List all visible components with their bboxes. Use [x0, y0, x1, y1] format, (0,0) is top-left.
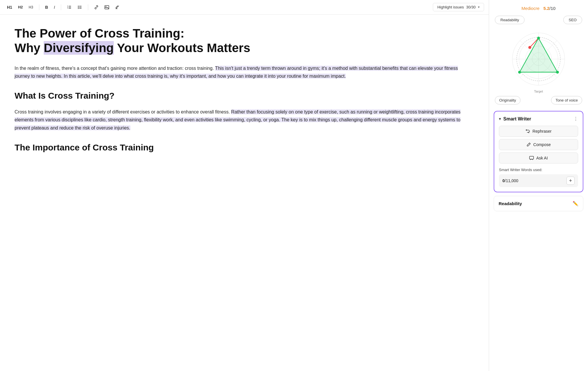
- clear-format-button[interactable]: [113, 3, 122, 11]
- article-title: The Power of Cross Training: Why Diversi…: [15, 26, 474, 56]
- clear-format-icon: [115, 5, 120, 10]
- svg-text:3: 3: [67, 7, 68, 9]
- score-label: Mediocre: [522, 6, 540, 11]
- svg-point-10: [78, 7, 79, 8]
- svg-point-26: [518, 71, 521, 74]
- article-intro: In the realm of fitness, there's a conce…: [15, 64, 474, 80]
- image-button[interactable]: [102, 3, 111, 11]
- score-section: Mediocre 5.2/10 Readability SEO: [489, 0, 588, 107]
- compose-label: Compose: [533, 142, 551, 147]
- svg-point-25: [556, 71, 559, 74]
- ask-ai-button[interactable]: Ask AI: [499, 152, 578, 164]
- words-total: 11,000: [506, 178, 518, 183]
- link-button[interactable]: [92, 3, 101, 11]
- format-group: B I: [43, 3, 57, 11]
- body-what: Cross training involves engaging in a va…: [15, 108, 474, 132]
- svg-point-24: [537, 37, 540, 40]
- image-icon: [105, 5, 109, 10]
- compose-button[interactable]: Compose: [499, 139, 578, 150]
- unordered-list-icon: [77, 5, 82, 10]
- words-used: 0: [502, 178, 505, 183]
- target-label: Target: [534, 90, 543, 93]
- link-icon: [94, 5, 99, 10]
- collapse-chevron-icon[interactable]: ▾: [499, 117, 501, 121]
- divider-3: [88, 4, 88, 10]
- ask-ai-icon: [529, 156, 534, 160]
- italic-button[interactable]: I: [52, 3, 57, 11]
- smart-writer-header: ▾ Smart Writer ⋮: [499, 116, 578, 122]
- highlight-count: 30/30: [466, 5, 476, 9]
- smart-writer-title: ▾ Smart Writer: [499, 116, 531, 122]
- h2-importance: The Importance of Cross Training: [15, 141, 474, 155]
- body-what-plain: Cross training involves engaging in a va…: [15, 109, 231, 114]
- rephraser-button[interactable]: Rephraser: [499, 126, 578, 137]
- intro-plain: In the realm of fitness, there's a conce…: [15, 66, 215, 71]
- editor-panel: H1 H2 H3 B I 1 2 3: [0, 0, 489, 371]
- title-highlight-word: Diversifying: [44, 41, 114, 55]
- divider-2: [61, 4, 61, 10]
- readability-title: Readability: [499, 201, 522, 206]
- bold-button[interactable]: B: [43, 3, 50, 11]
- svg-point-27: [528, 46, 531, 49]
- smart-writer-menu-icon[interactable]: ⋮: [573, 116, 578, 122]
- ask-ai-label: Ask AI: [536, 156, 548, 160]
- svg-rect-28: [529, 156, 534, 159]
- words-count-row: 0/11,000 +: [499, 174, 578, 187]
- title-part2: Why: [15, 41, 44, 55]
- h2-button[interactable]: H2: [16, 3, 25, 11]
- insert-group: [92, 3, 122, 11]
- svg-point-9: [78, 6, 79, 6]
- ordered-list-icon: 1 2 3: [67, 5, 72, 10]
- tab-originality[interactable]: Originality: [495, 96, 520, 104]
- smart-writer-section: ▾ Smart Writer ⋮ Rephraser Compose: [494, 111, 583, 192]
- radar-svg: [506, 27, 571, 91]
- tab-seo[interactable]: SEO: [563, 16, 582, 24]
- highlight-issues-button[interactable]: Highlight issues 30/30 ▾: [433, 3, 484, 11]
- unordered-list-button[interactable]: [75, 3, 84, 11]
- title-part3: Your Workouts Matters: [114, 41, 250, 55]
- readability-section: Readability ✏️: [494, 196, 583, 211]
- add-words-button[interactable]: +: [566, 177, 575, 185]
- right-panel: Mediocre 5.2/10 Readability SEO: [489, 0, 588, 371]
- words-label: Smart Writer Words used:: [499, 168, 578, 172]
- highlight-label: Highlight issues: [437, 5, 464, 9]
- bottom-tabs: Originality Tone of voice: [495, 96, 582, 104]
- rephraser-icon: [525, 129, 530, 134]
- ordered-list-button[interactable]: 1 2 3: [65, 3, 74, 11]
- score-total: /10: [550, 6, 556, 11]
- score-header: Mediocre 5.2/10: [495, 6, 582, 11]
- toolbar: H1 H2 H3 B I 1 2 3: [0, 0, 489, 15]
- title-part1: The Power of Cross Training:: [15, 26, 184, 40]
- h3-button[interactable]: H3: [26, 4, 36, 11]
- list-group: 1 2 3: [65, 3, 84, 11]
- app-container: H1 H2 H3 B I 1 2 3: [0, 0, 588, 371]
- words-count: 0/11,000: [502, 178, 518, 183]
- smart-writer-label: Smart Writer: [503, 116, 531, 122]
- score-value: 5.2: [543, 6, 550, 11]
- compose-icon: [526, 142, 531, 147]
- divider-1: [39, 4, 39, 10]
- tab-tone-of-voice[interactable]: Tone of voice: [551, 96, 582, 104]
- rephraser-label: Rephraser: [532, 129, 551, 134]
- readability-edit-icon[interactable]: ✏️: [573, 201, 578, 206]
- chevron-down-icon: ▾: [478, 5, 480, 9]
- editor-content[interactable]: The Power of Cross Training: Why Diversi…: [0, 15, 489, 371]
- radar-chart: Target: [495, 27, 582, 93]
- score-tabs: Readability SEO: [495, 16, 582, 24]
- heading-group: H1 H2 H3: [5, 3, 36, 11]
- readability-header: Readability ✏️: [499, 201, 578, 206]
- h1-button[interactable]: H1: [5, 3, 15, 11]
- tab-readability[interactable]: Readability: [495, 16, 525, 24]
- svg-point-11: [78, 8, 79, 9]
- h2-what: What Is Cross Training?: [15, 89, 474, 103]
